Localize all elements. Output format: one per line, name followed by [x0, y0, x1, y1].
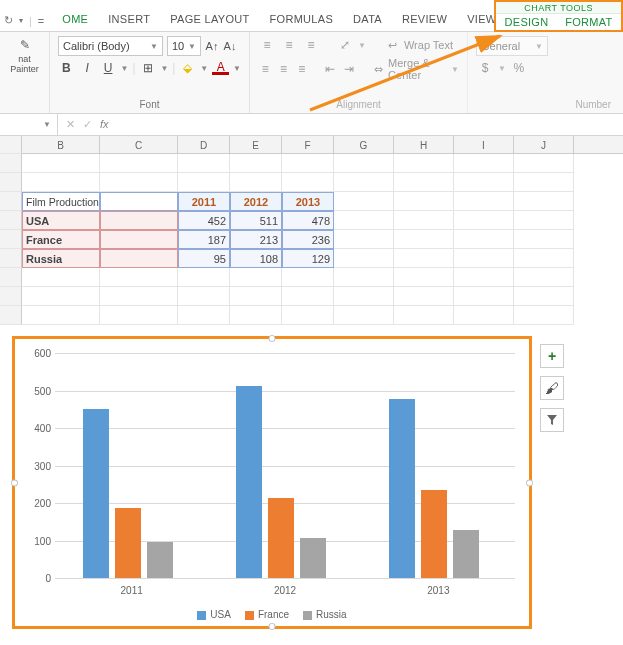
font-size-combo[interactable]: 10▼	[167, 36, 201, 56]
embedded-chart[interactable]: 0100200300400500600201120122013 USAFranc…	[12, 336, 532, 629]
align-left-icon[interactable]: ≡	[258, 60, 272, 78]
bar-russia[interactable]	[453, 530, 479, 578]
bar-france[interactable]	[421, 490, 447, 579]
col-header[interactable]: C	[100, 136, 178, 154]
tab-format[interactable]: FORMAT	[557, 14, 620, 30]
bold-button[interactable]: B	[58, 59, 75, 77]
col-header[interactable]: E	[230, 136, 282, 154]
indent-inc-icon[interactable]: ⇥	[342, 60, 356, 78]
tab-design[interactable]: DESIGN	[497, 14, 557, 30]
country-cell[interactable]: USA	[22, 211, 100, 230]
tab-insert[interactable]: INSERT	[98, 7, 160, 31]
chart-elements-button[interactable]: +	[540, 344, 564, 368]
chevron-down-icon[interactable]: ▼	[160, 64, 168, 73]
name-box[interactable]: ▼	[0, 114, 58, 135]
resize-handle[interactable]	[269, 335, 276, 342]
tab-review[interactable]: REVIEW	[392, 7, 457, 31]
year-header[interactable]: 2011	[178, 192, 230, 211]
group-clipboard: ✎ nat Painter	[0, 32, 50, 113]
legend-item[interactable]: USA	[197, 609, 231, 620]
plot-area[interactable]: 0100200300400500600201120122013	[55, 353, 515, 578]
align-bottom-icon[interactable]: ≡	[302, 36, 320, 54]
legend-item[interactable]: Russia	[303, 609, 347, 620]
bar-russia[interactable]	[300, 538, 326, 579]
italic-button[interactable]: I	[79, 59, 96, 77]
data-cell[interactable]: 452	[178, 211, 230, 230]
data-cell[interactable]: 236	[282, 230, 334, 249]
data-cell[interactable]: 213	[230, 230, 282, 249]
currency-button[interactable]: $	[476, 59, 494, 77]
year-header[interactable]: 2013	[282, 192, 334, 211]
grow-font-icon[interactable]: A↑	[205, 39, 219, 53]
y-tick-label: 600	[23, 348, 51, 359]
data-cell[interactable]: 108	[230, 249, 282, 268]
col-header[interactable]: J	[514, 136, 574, 154]
bar-usa[interactable]	[83, 409, 109, 579]
shrink-font-icon[interactable]: A↓	[223, 39, 237, 53]
data-cell[interactable]: 478	[282, 211, 334, 230]
bar-france[interactable]	[115, 508, 141, 578]
cancel-icon[interactable]: ✕	[66, 118, 75, 131]
country-cell[interactable]: France	[22, 230, 100, 249]
chevron-down-icon[interactable]: ▼	[233, 64, 241, 73]
chart-styles-button[interactable]: 🖌	[540, 376, 564, 400]
col-header[interactable]: D	[178, 136, 230, 154]
fx-icon[interactable]: fx	[100, 118, 109, 131]
qat-menu-icon[interactable]: ▾	[19, 16, 23, 25]
format-painter-button[interactable]: ✎ nat Painter	[8, 36, 41, 74]
chart-legend[interactable]: USAFranceRussia	[15, 609, 529, 620]
borders-button[interactable]: ⊞	[140, 59, 157, 77]
bar-usa[interactable]	[389, 399, 415, 578]
merge-center-button[interactable]: ⇔ Merge & Center▼	[373, 57, 459, 81]
resize-handle[interactable]	[269, 623, 276, 630]
resize-handle[interactable]	[11, 479, 18, 486]
country-cell[interactable]: Russia	[22, 249, 100, 268]
col-header[interactable]: H	[394, 136, 454, 154]
fill-color-button[interactable]: ⬙	[179, 59, 196, 77]
group-label-number: Number	[476, 97, 615, 113]
font-color-button[interactable]: A	[212, 61, 229, 75]
align-center-icon[interactable]: ≡	[276, 60, 290, 78]
underline-button[interactable]: U	[100, 59, 117, 77]
chevron-down-icon: ▼	[188, 42, 196, 51]
orientation-icon[interactable]: ⤢	[336, 36, 354, 54]
legend-item[interactable]: France	[245, 609, 289, 620]
formula-bar: ▼ ✕ ✓ fx	[0, 114, 623, 136]
redo-icon[interactable]: ↻	[4, 14, 13, 27]
align-right-icon[interactable]: ≡	[295, 60, 309, 78]
align-top-icon[interactable]: ≡	[258, 36, 276, 54]
col-header[interactable]: I	[454, 136, 514, 154]
font-name-combo[interactable]: Calibri (Body)▼	[58, 36, 163, 56]
enter-icon[interactable]: ✓	[83, 118, 92, 131]
col-header[interactable]: F	[282, 136, 334, 154]
chart-tools-contextual: CHART TOOLS DESIGN FORMAT	[494, 0, 623, 32]
data-cell[interactable]: 511	[230, 211, 282, 230]
chart-filter-button[interactable]	[540, 408, 564, 432]
bar-france[interactable]	[268, 498, 294, 578]
bar-russia[interactable]	[147, 542, 173, 578]
tab-page-layout[interactable]: PAGE LAYOUT	[160, 7, 259, 31]
indent-dec-icon[interactable]: ⇤	[323, 60, 337, 78]
y-tick-label: 100	[23, 535, 51, 546]
col-header[interactable]: B	[22, 136, 100, 154]
resize-handle[interactable]	[526, 479, 533, 486]
bar-usa[interactable]	[236, 386, 262, 578]
wrap-text-button[interactable]: ↩ Wrap Text	[386, 38, 453, 52]
percent-button[interactable]: %	[510, 59, 528, 77]
chevron-down-icon: ▼	[535, 42, 543, 51]
qat-sep: =	[38, 15, 44, 27]
table-corner[interactable]: Film Production	[22, 192, 100, 211]
data-cell[interactable]: 187	[178, 230, 230, 249]
data-cell[interactable]: 129	[282, 249, 334, 268]
col-header[interactable]: G	[334, 136, 394, 154]
number-format-combo[interactable]: General▼	[476, 36, 548, 56]
align-middle-icon[interactable]: ≡	[280, 36, 298, 54]
year-header[interactable]: 2012	[230, 192, 282, 211]
chevron-down-icon[interactable]: ▼	[200, 64, 208, 73]
worksheet-grid[interactable]: B C D E F G H I J Film Production 2011 2…	[0, 136, 623, 325]
chevron-down-icon[interactable]: ▼	[121, 64, 129, 73]
tab-data[interactable]: DATA	[343, 7, 392, 31]
tab-home[interactable]: OME	[52, 7, 98, 31]
tab-formulas[interactable]: FORMULAS	[260, 7, 344, 31]
data-cell[interactable]: 95	[178, 249, 230, 268]
